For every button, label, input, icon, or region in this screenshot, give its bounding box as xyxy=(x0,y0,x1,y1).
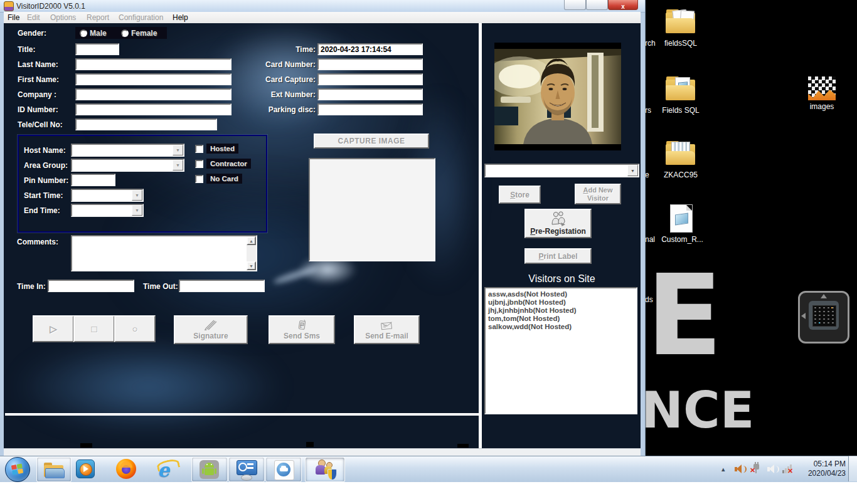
tray-network-disconnected-icon[interactable]: ✕ xyxy=(751,463,762,475)
clipped-icon-label[interactable]: e xyxy=(645,171,649,179)
menu-configuration[interactable]: Configuration xyxy=(119,13,163,22)
pin-number-input[interactable] xyxy=(71,174,115,186)
desktop-icon-fieldsSQL[interactable] xyxy=(665,8,696,34)
visitor-list-item[interactable]: tom,tom(Not Hosted) xyxy=(486,315,636,323)
chevron-down-icon[interactable]: ▼ xyxy=(627,165,638,176)
clipped-icon-label[interactable]: rs xyxy=(645,106,651,115)
clipped-icon-label[interactable]: rch xyxy=(645,39,656,48)
no-card-checkbox[interactable] xyxy=(195,175,203,183)
area-group-combo[interactable]: ▼ xyxy=(71,159,184,172)
male-label[interactable]: Male xyxy=(90,29,107,38)
gadget-left-arrow[interactable] xyxy=(801,313,806,319)
desktop-icon-label[interactable]: images xyxy=(794,102,850,111)
visitor-select-combo[interactable]: ▼ xyxy=(484,164,639,177)
scroll-up-button[interactable]: ▲ xyxy=(247,236,256,245)
parking-disc-input[interactable] xyxy=(317,103,423,115)
capture-image-button[interactable]: CAPTURE IMAGE xyxy=(314,134,429,149)
start-button[interactable] xyxy=(5,457,30,482)
desktop-gadget[interactable] xyxy=(798,291,849,344)
desktop-icon-fields-sql[interactable] xyxy=(665,75,696,102)
female-radio[interactable] xyxy=(121,29,129,37)
visitor-list-item[interactable]: jhj,kjnhbjnhb(Not Hosted) xyxy=(486,307,636,315)
menu-options[interactable]: Options xyxy=(50,13,76,22)
desktop-icon-label[interactable]: Fields SQL xyxy=(652,106,709,115)
comments-textarea[interactable]: ▲ ▼ xyxy=(71,235,257,271)
tele-cell-input[interactable] xyxy=(75,118,217,130)
contractor-checkbox[interactable] xyxy=(195,160,203,168)
print-label-button[interactable]: Print Label xyxy=(524,248,592,264)
contractor-label[interactable]: Contractor xyxy=(206,159,251,169)
no-card-label[interactable]: No Card xyxy=(206,174,242,184)
female-label[interactable]: Female xyxy=(131,29,157,38)
menu-report[interactable]: Report xyxy=(87,13,109,22)
visitor-list-item[interactable]: ujbnj,jbnb(Not Hosted) xyxy=(486,298,636,307)
chevron-down-icon[interactable]: ▼ xyxy=(132,205,142,216)
store-button[interactable]: Store xyxy=(499,186,541,204)
taskbar-media-player-icon[interactable] xyxy=(75,459,95,479)
send-sms-button[interactable]: E Send Sms xyxy=(269,315,335,344)
first-name-input[interactable] xyxy=(75,73,232,85)
record-button[interactable]: ○ xyxy=(114,315,156,342)
time-input[interactable] xyxy=(317,43,423,55)
clipped-icon-label[interactable]: ds xyxy=(645,295,653,304)
show-desktop-button[interactable] xyxy=(848,456,857,481)
close-button[interactable]: x xyxy=(608,0,638,10)
time-out-input[interactable] xyxy=(179,280,265,292)
hosted-checkbox[interactable] xyxy=(195,145,203,153)
visitor-list-item[interactable]: salkow,wdd(Not Hosted) xyxy=(486,323,636,331)
pre-registration-button[interactable]: Pre-Registation xyxy=(524,209,592,238)
hosted-label[interactable]: Hosted xyxy=(206,144,238,154)
tray-speaker-icon[interactable] xyxy=(767,464,779,475)
desktop-icon-label[interactable]: Custom_R... xyxy=(652,235,712,244)
page-fold xyxy=(686,205,692,211)
card-capture-input[interactable] xyxy=(317,73,423,85)
time-in-input[interactable] xyxy=(48,280,134,292)
host-name-combo[interactable]: ▼ xyxy=(71,144,184,157)
maximize-button[interactable] xyxy=(586,0,608,10)
send-email-button[interactable]: Send E-mail xyxy=(354,315,420,344)
tray-show-hidden-icons[interactable]: ▴ xyxy=(721,465,725,473)
desktop-icon-images[interactable] xyxy=(808,76,836,100)
taskbar-android-app-button[interactable] xyxy=(191,457,228,482)
comments-scrollbar[interactable]: ▲ ▼ xyxy=(247,236,256,270)
desktop-icon-zkacc95[interactable] xyxy=(665,140,696,166)
gadget-up-arrow[interactable] xyxy=(821,294,827,298)
title-input[interactable] xyxy=(75,43,119,55)
menu-file[interactable]: File xyxy=(8,13,19,22)
chevron-down-icon[interactable]: ▼ xyxy=(132,190,142,201)
minimize-button[interactable] xyxy=(564,0,586,10)
taskbar-device-app-button[interactable] xyxy=(265,457,302,482)
add-new-line1: Add New xyxy=(583,186,612,194)
card-number-input[interactable] xyxy=(317,58,423,70)
start-time-combo[interactable]: ▼ xyxy=(71,189,144,202)
male-radio[interactable] xyxy=(80,29,87,37)
tray-volume-icon[interactable] xyxy=(735,464,746,475)
taskbar-visitorid-button[interactable] xyxy=(305,457,345,482)
add-new-visitor-button[interactable]: Add New Visitor xyxy=(575,184,621,204)
visitor-list-item[interactable]: assw,asds(Not Hosted) xyxy=(486,290,636,298)
menu-edit[interactable]: Edit xyxy=(27,13,40,22)
taskbar-ie-icon[interactable]: e xyxy=(156,458,178,478)
signature-button[interactable]: Signature xyxy=(174,315,248,344)
end-time-combo[interactable]: ▼ xyxy=(71,204,144,217)
stop-button[interactable]: □ xyxy=(73,315,115,342)
desktop-icon-label[interactable]: fieldsSQL xyxy=(652,39,709,48)
ext-number-input[interactable] xyxy=(317,88,423,100)
clipped-icon-label[interactable]: nal xyxy=(645,235,655,244)
taskbar-explorer-button[interactable] xyxy=(36,457,72,482)
visitors-listbox[interactable]: assw,asds(Not Hosted) ujbnj,jbnb(Not Hos… xyxy=(484,287,637,414)
desktop-icon-label[interactable]: ZKACC95 xyxy=(652,171,709,179)
play-button[interactable]: ▷ xyxy=(33,315,74,342)
chevron-down-icon[interactable]: ▼ xyxy=(173,160,183,171)
last-name-input[interactable] xyxy=(75,58,232,70)
desktop-icon-custom-r[interactable] xyxy=(670,204,693,233)
window-titlebar[interactable]: VisitorID2000 V5.0.1 x xyxy=(0,0,645,13)
taskbar-firefox-icon[interactable] xyxy=(116,459,136,479)
company-input[interactable] xyxy=(75,88,232,100)
tray-clock[interactable]: 05:14 PM 2020/04/23 xyxy=(792,459,846,478)
id-number-input[interactable] xyxy=(75,103,232,115)
taskbar-control-app-button[interactable] xyxy=(228,457,265,482)
scroll-down-button[interactable]: ▼ xyxy=(247,261,256,270)
menu-help[interactable]: Help xyxy=(173,13,188,22)
chevron-down-icon[interactable]: ▼ xyxy=(173,145,183,155)
